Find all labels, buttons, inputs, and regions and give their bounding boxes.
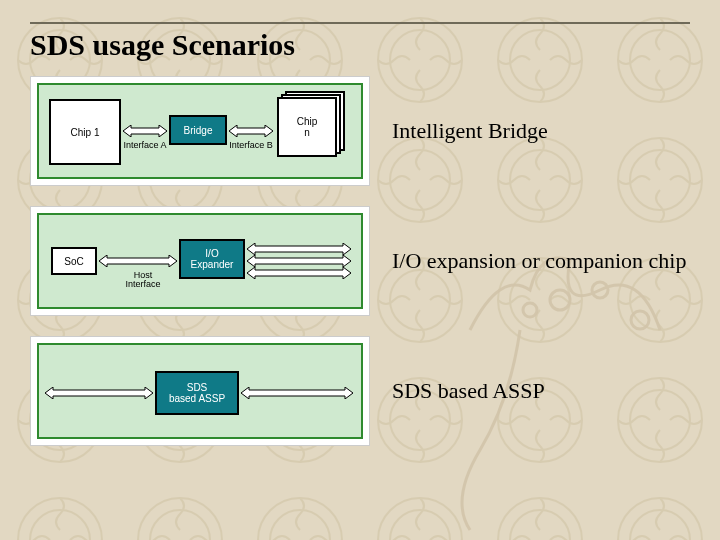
arrow-port-2	[247, 255, 351, 267]
node-chipn: Chip n	[277, 97, 337, 157]
svg-marker-9	[229, 125, 273, 137]
arrow-assp-left	[45, 387, 153, 399]
arrow-port-1	[247, 243, 351, 255]
edge-label-interface-a: Interface A	[123, 141, 167, 150]
svg-marker-11	[247, 243, 351, 255]
scenario-row-bridge: Chip 1 Interface A Bridge Interface B Ch…	[30, 76, 690, 186]
node-bridge: Bridge	[169, 115, 227, 145]
svg-marker-8	[123, 125, 167, 137]
scenario-row-io: SoC Host Interface I/O Expander I/O expa…	[30, 206, 690, 316]
arrow-bridge-chipn	[229, 125, 273, 137]
edge-label-interface-b: Interface B	[229, 141, 273, 150]
svg-marker-15	[241, 387, 353, 399]
scenario-row-assp: SDS based ASSP SDS based ASSP	[30, 336, 690, 446]
rule-top	[30, 22, 690, 24]
slide: SDS usage Scenarios Chip 1 Interface A B…	[0, 0, 720, 540]
slide-title: SDS usage Scenarios	[30, 28, 690, 62]
svg-marker-14	[45, 387, 153, 399]
svg-marker-12	[247, 255, 351, 267]
arrow-chip1-bridge	[123, 125, 167, 137]
node-assp: SDS based ASSP	[155, 371, 239, 415]
arrow-port-3	[247, 267, 351, 279]
node-soc: SoC	[51, 247, 97, 275]
scenario-label-assp: SDS based ASSP	[392, 378, 690, 404]
edge-label-host-interface: Host Interface	[115, 271, 171, 290]
diagram-assp: SDS based ASSP	[30, 336, 370, 446]
scenario-label-io: I/O expansion or companion chip	[392, 248, 690, 274]
diagram-bridge: Chip 1 Interface A Bridge Interface B Ch…	[30, 76, 370, 186]
svg-marker-13	[247, 267, 351, 279]
node-chip1: Chip 1	[49, 99, 121, 165]
svg-marker-10	[99, 255, 177, 267]
node-io-expander: I/O Expander	[179, 239, 245, 279]
arrow-soc-expander	[99, 255, 177, 267]
diagram-io: SoC Host Interface I/O Expander	[30, 206, 370, 316]
arrow-assp-right	[241, 387, 353, 399]
scenario-label-bridge: Intelligent Bridge	[392, 118, 690, 144]
